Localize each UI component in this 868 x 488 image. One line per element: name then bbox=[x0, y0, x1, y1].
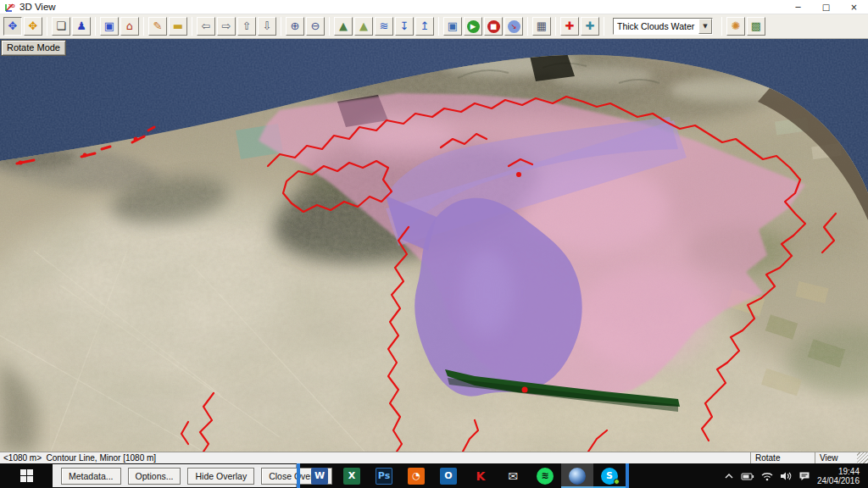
floppy-disk-icon: ▦ bbox=[537, 19, 547, 34]
rotate-arrows-icon: ✥ bbox=[8, 19, 18, 34]
draw-button[interactable]: ✎ bbox=[148, 17, 167, 36]
resize-grip[interactable] bbox=[857, 452, 868, 463]
terrain-down-icon: ▲ bbox=[359, 19, 368, 34]
mode-tooltip: Rotate Mode bbox=[1, 40, 66, 56]
wifi-icon[interactable] bbox=[761, 471, 773, 481]
play-recording-button[interactable]: ▶ bbox=[464, 17, 482, 36]
zoom-in-button[interactable]: ⊕ bbox=[286, 17, 304, 36]
sky-effects-button[interactable]: ✺ bbox=[726, 17, 745, 36]
photoshop-icon: Ps bbox=[376, 468, 392, 485]
look-down-button[interactable]: ⇩ bbox=[258, 17, 276, 36]
clock[interactable]: 19:44 24/04/2016 bbox=[817, 467, 860, 485]
tray-time: 19:44 bbox=[817, 467, 860, 476]
exaggeration-down-button[interactable]: ▲ bbox=[354, 17, 373, 36]
tray-chevron-icon[interactable] bbox=[724, 471, 734, 481]
look-left-button[interactable]: ⇦ bbox=[197, 17, 215, 36]
metadata-button[interactable]: Metadata... bbox=[61, 468, 121, 485]
stop-recording-button[interactable]: ■ bbox=[484, 17, 503, 36]
screen: 3D 3D View ─ □ × ✥✥❏♟▣⌂✎▬⇦⇨⇧⇩⊕⊖▲▲≋↧↥▣▶■↘… bbox=[0, 0, 868, 488]
start-button[interactable] bbox=[0, 463, 53, 488]
presence-dot bbox=[614, 479, 620, 485]
red-crosshair-icon: ✚ bbox=[565, 19, 575, 34]
battery-icon[interactable] bbox=[741, 471, 754, 481]
taskbar-kaspersky-button[interactable]: K bbox=[465, 463, 497, 488]
pan-mode-button[interactable]: ✥ bbox=[24, 17, 42, 36]
speaker-icon[interactable] bbox=[780, 471, 792, 481]
texture-box-icon: ▩ bbox=[751, 19, 761, 34]
taskbar-gauge-button[interactable]: ◔ bbox=[400, 463, 432, 488]
water-icon: ≋ bbox=[380, 19, 389, 34]
export-video-button[interactable]: ↘ bbox=[504, 17, 523, 36]
window-controls: ─ □ × bbox=[784, 0, 868, 14]
speedometer-icon: ◔ bbox=[408, 468, 425, 485]
texture-options-button[interactable]: ▩ bbox=[747, 17, 765, 36]
water-up-icon: ↥ bbox=[420, 19, 430, 34]
save-view-button[interactable]: ▦ bbox=[532, 17, 551, 36]
titlebar: 3D 3D View ─ □ × bbox=[0, 0, 868, 14]
frame-icon: ▣ bbox=[104, 19, 114, 34]
tray-date: 24/04/2016 bbox=[817, 476, 860, 485]
3d-view-window: 3D 3D View ─ □ × ✥✥❏♟▣⌂✎▬⇦⇨⇧⇩⊕⊖▲▲≋↧↥▣▶■↘… bbox=[0, 0, 868, 463]
reset-view-button[interactable]: ▣ bbox=[100, 17, 119, 36]
toolbar-separator bbox=[438, 17, 439, 36]
close-button[interactable]: × bbox=[840, 0, 868, 14]
toolbar-separator bbox=[47, 17, 47, 36]
look-up-button[interactable]: ⇧ bbox=[237, 17, 256, 36]
taskbar-excel-button[interactable]: X bbox=[336, 463, 368, 488]
sky-condition-select[interactable]: Thick Clouds Water▼ bbox=[613, 18, 713, 35]
taskbar-skype-button[interactable]: S bbox=[593, 463, 626, 488]
toolbar-separator bbox=[555, 17, 556, 36]
measure-button[interactable]: ▬ bbox=[169, 17, 187, 36]
magnifier-minus-icon: ⊖ bbox=[311, 19, 320, 34]
multicolor-crosshair-icon: ✚ bbox=[586, 19, 595, 34]
taskbar-spotify-button[interactable]: ≋ bbox=[529, 463, 561, 488]
home-view-button[interactable]: ⌂ bbox=[120, 17, 139, 36]
water-level-up-button[interactable]: ↥ bbox=[415, 17, 434, 36]
snapshot-icon: ▣ bbox=[448, 19, 458, 34]
layers-icon: ❏ bbox=[56, 19, 66, 34]
walker-icon: ♟ bbox=[76, 19, 86, 34]
taskbar-outlook-button[interactable]: O bbox=[432, 463, 465, 488]
capture-image-button[interactable]: ▣ bbox=[443, 17, 462, 36]
excel-icon: X bbox=[343, 468, 360, 485]
taskbar-photoshop-button[interactable]: Ps bbox=[368, 463, 400, 488]
overlay-control-panel: Metadata... Options... Hide Overlay Clos… bbox=[53, 464, 297, 487]
water-level-down-button[interactable]: ↧ bbox=[395, 17, 414, 36]
zoom-out-button[interactable]: ⊖ bbox=[306, 17, 325, 36]
toolbar-separator bbox=[329, 17, 330, 36]
arrow-right-icon: ⇨ bbox=[222, 19, 231, 34]
window-title: 3D View bbox=[19, 2, 56, 12]
maximize-button[interactable]: □ bbox=[812, 0, 840, 14]
options-button[interactable]: Options... bbox=[128, 468, 181, 485]
3d-viewport[interactable]: Rotate Mode bbox=[0, 39, 868, 452]
exaggeration-up-button[interactable]: ▲ bbox=[334, 17, 353, 36]
rotate-mode-button[interactable]: ✥ bbox=[3, 17, 22, 36]
center-crosshair-button[interactable]: ✚ bbox=[581, 17, 599, 36]
mark-position-button[interactable]: ✚ bbox=[560, 17, 579, 36]
arrow-down-icon: ⇩ bbox=[263, 19, 272, 34]
toolbar-separator bbox=[604, 17, 604, 36]
terrain-scene bbox=[0, 39, 868, 452]
walk-mode-button[interactable]: ♟ bbox=[72, 17, 91, 36]
pencil-icon: ✎ bbox=[153, 19, 163, 34]
taskbar-word-button[interactable]: W bbox=[303, 463, 336, 488]
dropdown-arrow-icon[interactable]: ▼ bbox=[698, 19, 712, 34]
toolbar-separator bbox=[527, 17, 528, 36]
water-down-icon: ↧ bbox=[400, 19, 409, 34]
hide-overlay-button[interactable]: Hide Overlay bbox=[187, 468, 254, 485]
minimize-button[interactable]: ─ bbox=[784, 0, 812, 14]
window-edge-sliver bbox=[297, 463, 300, 488]
sun-burst-icon: ✺ bbox=[732, 19, 741, 34]
terrain-up-icon: ▲ bbox=[339, 19, 348, 34]
taskbar-globalmapper-button[interactable] bbox=[561, 463, 593, 488]
taskbar-mail-button[interactable]: ✉ bbox=[497, 463, 529, 488]
windows-logo-icon bbox=[20, 469, 33, 482]
export-arrow-icon: ↘ bbox=[508, 20, 520, 33]
notification-icon[interactable] bbox=[798, 471, 810, 481]
layers-button[interactable]: ❏ bbox=[52, 17, 70, 36]
svg-text:3D: 3D bbox=[8, 3, 15, 8]
water-display-button[interactable]: ≋ bbox=[375, 17, 393, 36]
arrow-left-icon: ⇦ bbox=[202, 19, 211, 34]
kaspersky-icon: K bbox=[472, 468, 489, 485]
look-right-button[interactable]: ⇨ bbox=[217, 17, 236, 36]
